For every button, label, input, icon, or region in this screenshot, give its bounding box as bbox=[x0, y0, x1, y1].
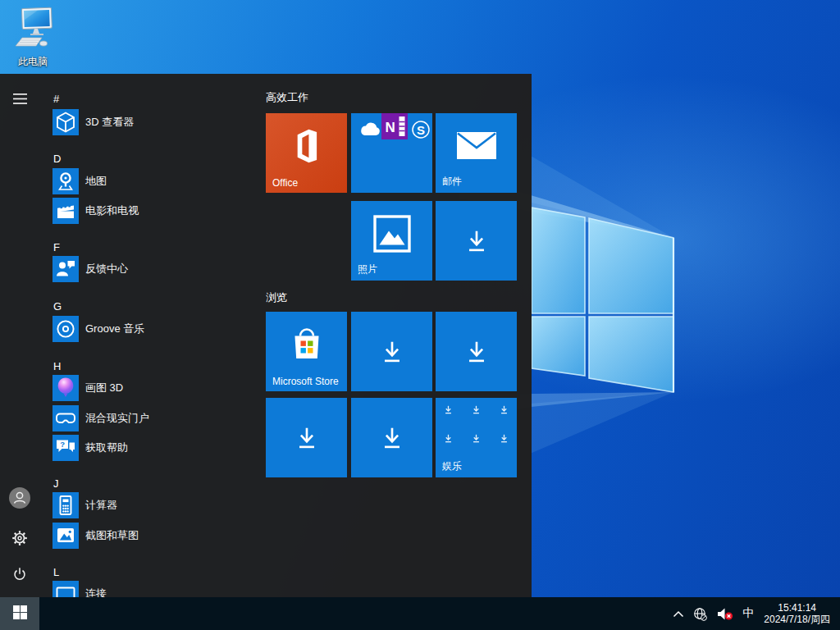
chevron-up-icon bbox=[673, 610, 684, 618]
tile-group-title[interactable]: 高效工作 bbox=[266, 90, 308, 105]
app-item-label: 反馈中心 bbox=[85, 262, 128, 276]
app-item-paint-3d[interactable]: 画图 3D bbox=[52, 375, 261, 401]
tile-area: 高效工作OfficeNS邮件照片浏览Microsoft Store娱乐 bbox=[266, 74, 532, 597]
download-arrow-icon bbox=[436, 201, 517, 281]
volume-button[interactable] bbox=[714, 597, 736, 630]
tile-app-folder[interactable]: NS bbox=[351, 113, 432, 193]
tile-download[interactable] bbox=[436, 201, 517, 281]
user-avatar-icon bbox=[8, 486, 31, 512]
movies-tv-icon bbox=[52, 198, 79, 224]
app-item-label: 3D 查看器 bbox=[85, 115, 134, 130]
tile-label: 邮件 bbox=[442, 175, 515, 189]
user-account-button[interactable] bbox=[0, 479, 39, 518]
clock-date: 2024/7/18/周四 bbox=[764, 614, 830, 625]
start-menu: #3D 查看器D地图电影和电视F反馈中心GGroove 音乐H画图 3D混合现实… bbox=[0, 74, 532, 597]
app-section-h[interactable]: H bbox=[53, 358, 61, 374]
app-item-label: 画图 3D bbox=[85, 381, 123, 395]
tile-group-title[interactable]: 浏览 bbox=[266, 290, 287, 305]
svg-text:?: ? bbox=[60, 440, 65, 449]
app-item-movies-tv[interactable]: 电影和电视 bbox=[52, 198, 261, 224]
tile-download[interactable] bbox=[436, 312, 517, 391]
tile-download[interactable] bbox=[351, 398, 432, 477]
app-item-connect[interactable]: 连接 bbox=[52, 581, 261, 597]
clock-time: 15:41:14 bbox=[778, 602, 816, 614]
download-arrow-icon bbox=[499, 433, 509, 444]
windows-logo-icon bbox=[13, 605, 27, 622]
desktop-icon-this-pc[interactable]: 此电脑 bbox=[7, 5, 59, 69]
app-item-feedback-hub[interactable]: 反馈中心 bbox=[52, 256, 261, 282]
mixed-reality-portal-icon bbox=[52, 405, 79, 431]
tray-overflow-button[interactable] bbox=[670, 597, 687, 630]
expand-menu-button[interactable] bbox=[0, 80, 39, 120]
desktop-icon-label: 此电脑 bbox=[7, 55, 59, 69]
app-item-label: 电影和电视 bbox=[85, 203, 139, 218]
app-item-label: 地图 bbox=[85, 174, 107, 189]
feedback-hub-icon bbox=[52, 256, 79, 282]
tile-photos-3[interactable]: 照片 bbox=[351, 201, 432, 281]
app-section-j[interactable]: J bbox=[53, 475, 59, 491]
download-arrow-icon bbox=[471, 433, 482, 444]
get-help-icon: ? bbox=[52, 435, 79, 461]
photos-icon bbox=[351, 201, 432, 266]
globe-offline-icon bbox=[693, 607, 707, 621]
mail-icon bbox=[436, 113, 517, 178]
connect-icon bbox=[52, 581, 79, 597]
clock[interactable]: 15:41:14 2024/7/18/周四 bbox=[760, 597, 833, 630]
tile-download-folder-5[interactable]: 娱乐 bbox=[436, 398, 517, 477]
app-section-f[interactable]: F bbox=[53, 239, 60, 255]
calculator-icon bbox=[52, 492, 79, 518]
download-arrow-icon bbox=[499, 404, 509, 415]
tile-download[interactable] bbox=[351, 312, 432, 391]
app-section-l[interactable]: L bbox=[53, 564, 59, 580]
download-arrow-icon bbox=[266, 398, 347, 477]
network-button[interactable] bbox=[691, 597, 710, 630]
maps-icon bbox=[52, 168, 79, 194]
paint-3d-icon bbox=[52, 375, 79, 401]
tile-label: Microsoft Store bbox=[272, 376, 345, 387]
office-logo-icon bbox=[266, 113, 347, 178]
microsoft-store-icon bbox=[266, 312, 347, 377]
power-button[interactable] bbox=[0, 556, 39, 596]
tile-office-0[interactable]: Office bbox=[266, 113, 347, 193]
app-item-snip-sketch[interactable]: 截图和草图 bbox=[52, 523, 261, 549]
snip-sketch-icon bbox=[52, 523, 79, 549]
onenote-icon: N bbox=[381, 113, 408, 139]
tile-store-0[interactable]: Microsoft Store bbox=[266, 312, 347, 391]
tile-label: Office bbox=[272, 177, 345, 189]
tile-download[interactable] bbox=[266, 398, 347, 477]
app-item-label: 连接 bbox=[85, 587, 107, 597]
skype-icon: S bbox=[412, 121, 430, 139]
download-arrow-icon bbox=[436, 312, 517, 391]
app-item-label: 混合现实门户 bbox=[85, 411, 149, 426]
speaker-muted-icon bbox=[716, 607, 733, 621]
ime-indicator[interactable]: 中 bbox=[740, 597, 756, 630]
download-arrow-icon bbox=[471, 404, 482, 415]
app-item-get-help[interactable]: ?获取帮助 bbox=[52, 435, 261, 461]
app-item-groove-music[interactable]: Groove 音乐 bbox=[52, 316, 261, 342]
start-button[interactable] bbox=[0, 597, 39, 630]
this-pc-icon bbox=[11, 39, 55, 53]
groove-music-icon bbox=[52, 316, 79, 342]
app-item-label: 获取帮助 bbox=[85, 441, 128, 455]
app-item-label: Groove 音乐 bbox=[85, 322, 144, 336]
3d-viewer-icon bbox=[52, 109, 79, 135]
onedrive-icon bbox=[359, 122, 381, 136]
screen: 此电脑 bbox=[0, 0, 840, 630]
app-item-mixed-reality-portal[interactable]: 混合现实门户 bbox=[52, 405, 261, 431]
download-arrow-icon bbox=[351, 398, 432, 477]
app-section-d[interactable]: D bbox=[53, 150, 61, 167]
tile-label: 娱乐 bbox=[442, 459, 515, 473]
svg-text:S: S bbox=[417, 123, 425, 137]
app-list: #3D 查看器D地图电影和电视F反馈中心GGroove 音乐H画图 3D混合现实… bbox=[39, 74, 266, 597]
tile-mail-2[interactable]: 邮件 bbox=[436, 113, 517, 193]
app-item-3d-viewer[interactable]: 3D 查看器 bbox=[52, 109, 261, 135]
tile-label: 照片 bbox=[358, 262, 431, 276]
app-section-g[interactable]: G bbox=[53, 298, 62, 314]
system-tray: 中 15:41:14 2024/7/18/周四 bbox=[670, 597, 840, 630]
app-item-calculator[interactable]: 计算器 bbox=[52, 492, 261, 518]
app-item-label: 计算器 bbox=[85, 498, 117, 513]
taskbar: 中 15:41:14 2024/7/18/周四 bbox=[0, 597, 840, 630]
settings-button[interactable] bbox=[0, 519, 39, 559]
app-section-hash[interactable]: # bbox=[53, 90, 59, 107]
app-item-maps[interactable]: 地图 bbox=[52, 168, 261, 194]
